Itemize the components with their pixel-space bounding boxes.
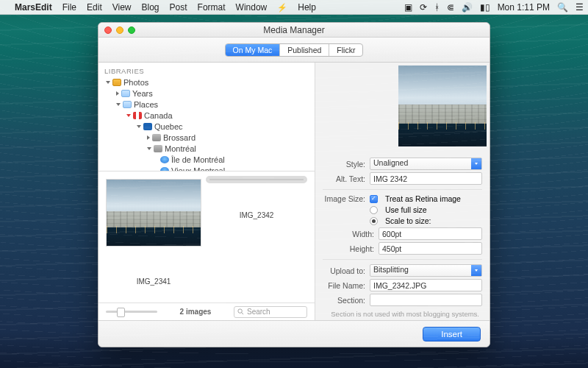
tree-places[interactable]: Places	[101, 99, 315, 110]
thumbnail-label: IMG_2341	[137, 277, 171, 286]
menu-blog[interactable]: Blog	[142, 2, 159, 13]
sync-icon[interactable]: ⟳	[420, 2, 427, 13]
window-title: Media Manager	[98, 25, 490, 35]
bluetooth-icon[interactable]: ᚼ	[434, 2, 440, 13]
style-select[interactable]: Unaligned	[370, 158, 482, 170]
tree-brossard[interactable]: Brossard	[101, 132, 315, 143]
tab-on-my-mac[interactable]: On My Mac	[226, 44, 280, 56]
flag-quebec-icon	[143, 123, 152, 130]
thumbnail-item[interactable]: IMG_2341	[106, 179, 201, 286]
battery-icon[interactable]: ▮▯	[480, 2, 490, 13]
insert-button[interactable]: Insert	[423, 327, 481, 342]
desktop: MarsEdit File Edit View Blog Post Format…	[0, 0, 588, 368]
svg-point-0	[238, 309, 242, 313]
tab-flickr[interactable]: Flickr	[329, 44, 362, 56]
titlebar[interactable]: Media Manager	[98, 23, 490, 38]
folder-icon	[123, 101, 132, 108]
tree-vieux-montreal[interactable]: Vieux Montreal	[101, 165, 315, 171]
thumbnail-browser[interactable]: IMG_2341 IMG_2342	[98, 171, 315, 302]
tree-montreal[interactable]: Montréal	[101, 143, 315, 154]
volume-icon[interactable]: 🔊	[462, 2, 473, 13]
city-icon	[154, 145, 162, 152]
globe-icon	[160, 156, 169, 163]
window-footer: Insert	[98, 320, 490, 347]
left-pane: LIBRARIES Photos Years Places Canada Que…	[98, 63, 315, 320]
menu-window[interactable]: Window	[236, 2, 268, 13]
properties-form: Style:Unaligned Alt. Text: Image Size:Tr…	[315, 151, 490, 320]
notifications-icon[interactable]: ☰	[576, 2, 584, 13]
wifi-icon[interactable]: ⋐	[447, 2, 454, 13]
clock[interactable]: Mon 1:11 PM	[498, 2, 550, 13]
menu-post[interactable]: Post	[170, 2, 187, 13]
spotlight-icon[interactable]: 🔍	[557, 2, 568, 13]
photos-icon	[112, 79, 121, 86]
menu-app[interactable]: MarsEdit	[15, 2, 52, 13]
toolbar: On My Mac Published Flickr	[98, 38, 490, 63]
upload-select[interactable]: Bitsplitting	[370, 264, 482, 277]
scale-radio[interactable]	[370, 217, 378, 225]
menu-file[interactable]: File	[62, 2, 76, 13]
image-count: 2 images	[166, 308, 225, 316]
media-manager-window: Media Manager On My Mac Published Flickr…	[98, 22, 490, 347]
libraries-tree[interactable]: LIBRARIES Photos Years Places Canada Que…	[98, 63, 315, 171]
libraries-header: LIBRARIES	[98, 66, 315, 77]
tree-ile-de-montreal[interactable]: Île de Montréal	[101, 154, 315, 165]
city-icon	[152, 134, 161, 141]
search-icon	[237, 308, 244, 315]
folder-icon	[121, 90, 130, 97]
tree-photos[interactable]: Photos	[101, 77, 315, 88]
tree-years[interactable]: Years	[101, 88, 315, 99]
height-input[interactable]	[379, 242, 482, 255]
preview-area	[315, 63, 490, 151]
menu-view[interactable]: View	[112, 2, 132, 13]
section-hint: Section is not used with most blogging s…	[323, 308, 482, 320]
alt-text-input[interactable]	[370, 172, 482, 185]
source-segmented-control[interactable]: On My Mac Published Flickr	[225, 43, 364, 57]
thumbnail-label: IMG_2342	[240, 211, 274, 219]
filename-input[interactable]	[370, 279, 482, 291]
menubar: MarsEdit File Edit View Blog Post Format…	[0, 0, 588, 15]
preview-image	[398, 66, 487, 146]
flag-canada-icon	[133, 112, 142, 119]
menu-format[interactable]: Format	[198, 2, 226, 13]
menu-edit[interactable]: Edit	[87, 2, 102, 13]
retina-checkbox[interactable]	[370, 195, 378, 203]
thumbnail-item[interactable]: IMG_2342	[209, 179, 304, 219]
width-input[interactable]	[379, 227, 482, 240]
tab-published[interactable]: Published	[279, 44, 329, 56]
svg-line-1	[242, 313, 244, 315]
menu-script-icon[interactable]	[277, 2, 287, 13]
chevron-down-icon	[471, 158, 481, 169]
right-pane: Style:Unaligned Alt. Text: Image Size:Tr…	[315, 63, 490, 320]
thumbnail-footer: 2 images Search	[98, 302, 315, 320]
menu-help[interactable]: Help	[298, 2, 316, 13]
thumbnail-size-slider[interactable]	[106, 311, 157, 313]
section-input[interactable]	[370, 294, 482, 306]
search-input[interactable]: Search	[234, 306, 307, 318]
tree-canada[interactable]: Canada	[101, 110, 315, 121]
full-size-radio[interactable]	[370, 206, 378, 214]
tree-quebec[interactable]: Quebec	[101, 121, 315, 132]
chevron-down-icon	[471, 265, 481, 276]
airplay-icon[interactable]: ▣	[404, 2, 412, 13]
